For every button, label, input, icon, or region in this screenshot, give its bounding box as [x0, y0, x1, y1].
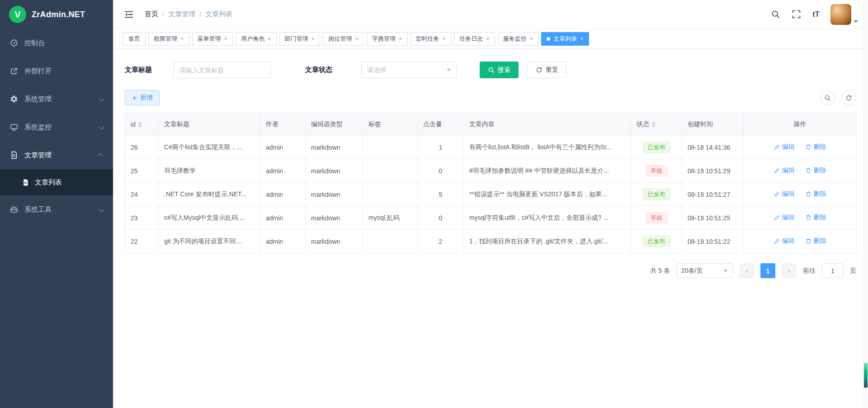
cell-author: admin	[266, 214, 283, 222]
search-icon[interactable]	[771, 9, 781, 19]
scroll-thumb[interactable]	[864, 363, 868, 388]
column-id: id	[131, 121, 136, 128]
cell-title: git 为不同的项目设置不同...	[164, 237, 241, 245]
sidebar-item-dashboard[interactable]: 控制台	[0, 29, 113, 57]
chevron-down-icon	[723, 270, 728, 272]
toolbox-icon	[10, 205, 18, 213]
delete-button[interactable]: 删除	[805, 237, 826, 245]
sort-icon[interactable]	[652, 122, 656, 127]
user-menu[interactable]	[830, 4, 858, 25]
edit-button[interactable]: 编辑	[774, 166, 795, 175]
tab-label: 文章列表	[553, 35, 577, 43]
delete-button[interactable]: 删除	[805, 143, 826, 151]
tab-article-list[interactable]: 文章列表 ×	[541, 32, 589, 46]
tab-permissions[interactable]: 权限管理 ×	[148, 32, 189, 46]
tab-label: 任务日志	[459, 35, 483, 43]
caret-down-icon	[854, 20, 858, 23]
next-page-button[interactable]: ›	[782, 263, 797, 278]
fullscreen-icon[interactable]	[792, 9, 802, 19]
avatar[interactable]	[830, 4, 851, 25]
column-ops: 操作	[794, 120, 807, 128]
add-button[interactable]: 新增	[125, 90, 160, 105]
pagination: 共 5 条 20条/页 ‹ 1 › 前往 页	[125, 263, 856, 278]
app-logo[interactable]: V ZrAdmin.NET	[0, 0, 113, 29]
sidebar-item-article-list[interactable]: 文章列表	[0, 169, 113, 195]
page-size-value: 20条/页	[681, 267, 703, 275]
edit-button[interactable]: 编辑	[774, 213, 795, 222]
reset-button[interactable]: 重置	[528, 62, 566, 78]
edit-button[interactable]: 编辑	[774, 237, 795, 245]
column-status: 状态	[637, 120, 649, 128]
sidebar-item-article-admin[interactable]: 文章管理	[0, 141, 113, 169]
cell-id: 24	[131, 191, 138, 198]
sidebar: V ZrAdmin.NET 控制台 外部打开 系统管理	[0, 0, 113, 408]
font-size-icon[interactable]: tT	[812, 10, 820, 19]
tab-menus[interactable]: 菜单管理 ×	[192, 32, 233, 46]
page-scrollbar[interactable]	[863, 0, 868, 408]
article-table: id 文章标题 作者 编辑器类型 标签 点击量 文章内容 状态 创建时间 操作	[125, 113, 856, 253]
close-icon[interactable]: ×	[580, 36, 584, 42]
chevron-down-icon	[99, 95, 105, 101]
delete-button[interactable]: 删除	[805, 213, 826, 222]
tab-user-roles[interactable]: 用户角色 ×	[236, 32, 277, 46]
tab-scheduled-tasks[interactable]: 定时任务 ×	[410, 32, 452, 46]
edit-button[interactable]: 编辑	[774, 143, 795, 151]
cell-created: 08-19 10:51:25	[688, 214, 730, 222]
cell-content: 有两个list,listA 和listB， listA中有三个属性列为St...	[469, 143, 611, 151]
page-size-select[interactable]: 20条/页	[676, 263, 733, 278]
refresh-icon[interactable]	[841, 90, 856, 105]
cell-author: admin	[266, 191, 283, 198]
tab-posts[interactable]: 岗位管理 ×	[323, 32, 364, 46]
close-icon[interactable]: ×	[180, 36, 184, 42]
cell-id: 25	[131, 167, 138, 175]
delete-button[interactable]: 删除	[805, 166, 826, 175]
sidebar-fold-icon[interactable]	[123, 9, 135, 20]
status-badge: 已发布	[643, 236, 670, 247]
tab-service-monitor[interactable]: 服务监控 ×	[498, 32, 539, 46]
article-title-input[interactable]	[174, 62, 271, 78]
cell-hits: 0	[439, 214, 443, 222]
delete-button[interactable]: 删除	[805, 190, 826, 198]
close-icon[interactable]: ×	[224, 36, 228, 42]
tab-label: 服务监控	[503, 35, 527, 43]
table-row: 24 .NET Core 发布时提示.NET... admin markdown…	[125, 183, 857, 206]
sidebar-item-system-tools[interactable]: 系统工具	[0, 195, 113, 223]
toggle-search-icon[interactable]	[820, 90, 835, 105]
breadcrumb-separator: /	[162, 10, 164, 18]
breadcrumb-article-admin[interactable]: 文章管理	[168, 10, 195, 19]
article-status-select[interactable]: 请选择	[361, 62, 457, 78]
page-number-1[interactable]: 1	[760, 263, 775, 278]
close-icon[interactable]: ×	[355, 36, 359, 42]
goto-page-input[interactable]	[822, 263, 844, 278]
sidebar-item-label: 系统工具	[24, 205, 52, 214]
close-icon[interactable]: ×	[399, 36, 402, 42]
edit-button[interactable]: 编辑	[774, 190, 795, 198]
document-icon	[10, 151, 18, 159]
prev-page-button[interactable]: ‹	[739, 263, 754, 278]
tab-label: 菜单管理	[198, 35, 221, 43]
sidebar-item-external[interactable]: 外部打开	[0, 57, 113, 85]
sidebar-item-system-admin[interactable]: 系统管理	[0, 85, 113, 113]
close-icon[interactable]: ×	[268, 36, 271, 42]
tab-departments[interactable]: 部门管理 ×	[279, 32, 321, 46]
tab-dictionary[interactable]: 字典管理 ×	[367, 32, 408, 46]
sidebar-item-system-monitor[interactable]: 系统监控	[0, 113, 113, 141]
tab-task-logs[interactable]: 任务日志 ×	[454, 32, 495, 46]
total-count: 共 5 条	[650, 267, 670, 275]
sort-icon[interactable]	[138, 122, 142, 127]
close-icon[interactable]: ×	[443, 36, 446, 42]
cell-title: 羽毛球教学	[164, 167, 196, 174]
gear-icon	[10, 95, 18, 103]
close-icon[interactable]: ×	[311, 36, 315, 42]
close-icon[interactable]: ×	[486, 36, 490, 42]
close-icon[interactable]: ×	[530, 36, 533, 42]
cell-created: 08-19 10:51:27	[688, 191, 730, 198]
delete-label: 删除	[813, 190, 826, 198]
edit-label: 编辑	[782, 237, 795, 245]
cell-content: 1，找到项目所在目录下的 .git/文件夹，进入.git/...	[469, 237, 608, 245]
breadcrumb-home[interactable]: 首页	[145, 10, 158, 19]
search-button[interactable]: 搜索	[480, 62, 519, 78]
cell-created: 08-19 10:51:29	[688, 167, 730, 175]
delete-label: 删除	[813, 143, 826, 151]
tab-home[interactable]: 首页	[123, 32, 146, 46]
